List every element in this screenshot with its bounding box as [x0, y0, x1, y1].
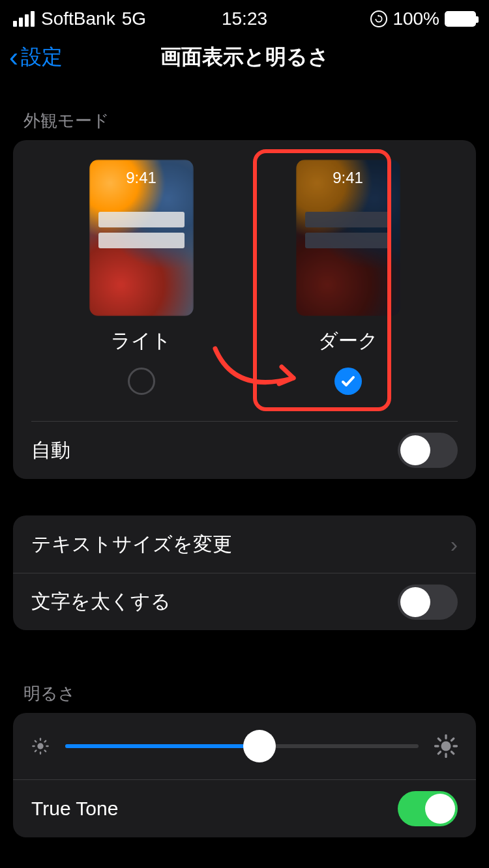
- automatic-toggle[interactable]: [398, 433, 458, 468]
- appearance-group: 9:41 ライト 9:41 ダーク 自動: [13, 140, 476, 479]
- svg-line-16: [438, 752, 440, 754]
- svg-line-6: [45, 751, 46, 752]
- text-group: テキストサイズを変更 › 文字を太くする: [13, 515, 476, 630]
- sun-low-icon: [31, 737, 50, 755]
- chevron-left-icon: ‹: [9, 44, 18, 71]
- svg-point-0: [37, 743, 43, 749]
- battery-icon: [445, 11, 476, 27]
- bold-text-label: 文字を太くする: [31, 588, 171, 615]
- appearance-selector: 9:41 ライト 9:41 ダーク: [31, 140, 458, 422]
- dark-mode-radio[interactable]: [334, 368, 362, 395]
- back-label: 設定: [21, 43, 63, 72]
- bold-text-toggle[interactable]: [398, 585, 458, 620]
- page-title: 画面表示と明るさ: [0, 43, 489, 72]
- brightness-group: True Tone: [13, 713, 476, 837]
- appearance-mode-light[interactable]: 9:41 ライト: [89, 160, 194, 395]
- true-tone-label: True Tone: [31, 798, 118, 820]
- svg-line-15: [452, 752, 454, 754]
- status-bar: SoftBank 5G 15:23 100%: [0, 0, 489, 31]
- nav-bar: ‹ 設定 画面表示と明るさ: [0, 31, 489, 83]
- light-mode-preview: 9:41: [89, 160, 194, 316]
- appearance-mode-dark[interactable]: 9:41 ダーク: [296, 160, 400, 395]
- bold-text-row: 文字を太くする: [13, 573, 476, 630]
- brightness-slider-row: [13, 713, 476, 780]
- svg-line-8: [45, 741, 46, 742]
- dark-mode-label: ダーク: [318, 328, 378, 354]
- automatic-label: 自動: [31, 437, 70, 464]
- appearance-section-label: 外観モード: [0, 83, 489, 140]
- chevron-right-icon: ›: [451, 532, 458, 557]
- svg-line-14: [438, 738, 440, 740]
- true-tone-row: True Tone: [13, 780, 476, 837]
- preview-time: 9:41: [296, 169, 400, 187]
- clock: 15:23: [0, 8, 489, 29]
- svg-line-17: [452, 738, 454, 740]
- brightness-section-label: 明るさ: [0, 630, 489, 713]
- sun-high-icon: [434, 734, 458, 758]
- checkmark-icon: [340, 373, 356, 389]
- brightness-slider[interactable]: [65, 730, 419, 762]
- preview-time: 9:41: [89, 169, 194, 187]
- svg-line-5: [35, 741, 37, 742]
- true-tone-toggle[interactable]: [398, 791, 458, 826]
- text-size-label: テキストサイズを変更: [31, 531, 232, 558]
- automatic-row: 自動: [13, 422, 476, 479]
- svg-line-7: [35, 751, 37, 752]
- text-size-row[interactable]: テキストサイズを変更 ›: [13, 515, 476, 573]
- svg-point-9: [441, 742, 451, 751]
- dark-mode-preview: 9:41: [296, 160, 400, 316]
- light-mode-radio[interactable]: [128, 368, 155, 395]
- back-button[interactable]: ‹ 設定: [9, 43, 63, 72]
- light-mode-label: ライト: [111, 328, 171, 354]
